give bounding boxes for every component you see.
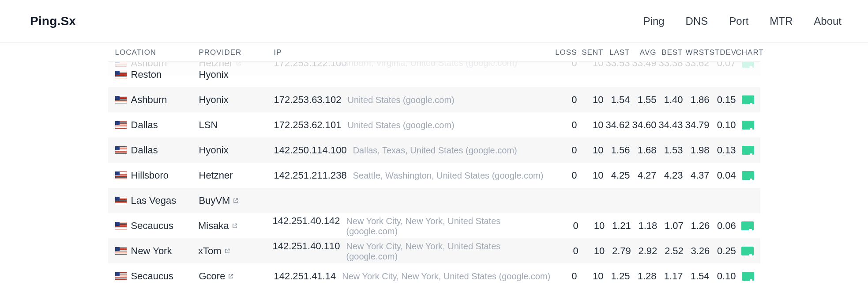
stdev-cell: 0.06 (710, 220, 736, 232)
stdev-cell: 0.10 (710, 119, 736, 131)
avg-cell: 4.27 (630, 170, 657, 181)
ip-desc-cell: New York City, New York, United States (… (346, 241, 552, 262)
last-cell: 2.79 (605, 245, 631, 257)
nav-port[interactable]: Port (729, 15, 748, 27)
wrst-cell: 1.98 (683, 145, 710, 156)
table-row: DallasLSN172.253.62.101United States (go… (108, 112, 760, 137)
wrst-cell: 1.54 (683, 271, 710, 282)
ip-desc-cell: New York City, New York, United States (… (342, 271, 550, 282)
wrst-cell: 1.86 (683, 94, 710, 106)
best-cell: 2.52 (657, 245, 684, 257)
stdev-cell: 0.13 (710, 145, 736, 156)
external-link-icon[interactable] (233, 198, 239, 204)
sent-cell: 10 (577, 94, 604, 106)
stdev-cell: 0.10 (710, 271, 736, 282)
external-link-icon[interactable] (232, 223, 238, 229)
nav-ping[interactable]: Ping (643, 15, 665, 27)
table-row: AshburnHyonix172.253.63.102United States… (108, 87, 760, 112)
best-cell: 1.40 (657, 94, 683, 106)
flag-us-icon (115, 96, 127, 103)
sparkline-icon (742, 146, 754, 155)
table-row: Las VegasBuyVM (108, 188, 760, 213)
col-provider[interactable]: PROVIDER (199, 48, 274, 57)
last-cell: 4.25 (604, 170, 630, 181)
sparkline-icon (742, 121, 754, 130)
results-table: LOCATION PROVIDER IP LOSS SENT LAST AVG … (108, 43, 760, 289)
sent-cell: 10 (577, 145, 604, 156)
col-stdev[interactable]: STDEV (710, 48, 736, 57)
col-best[interactable]: BEST (657, 48, 683, 57)
loss-cell: 0 (551, 271, 577, 282)
wrst-cell: 3.26 (684, 245, 710, 257)
stdev-cell: 0.25 (710, 245, 736, 257)
location-cell: Dallas (131, 145, 158, 156)
wrst-cell: 34.79 (683, 119, 710, 131)
sent-cell: 10 (579, 220, 605, 232)
provider-cell[interactable]: Misaka (198, 220, 229, 232)
col-location[interactable]: LOCATION (108, 48, 199, 57)
external-link-icon[interactable] (224, 248, 230, 254)
sparkline-icon (742, 95, 754, 104)
nav-mtr[interactable]: MTR (770, 15, 793, 27)
col-avg[interactable]: AVG (630, 48, 657, 57)
avg-cell: 1.55 (630, 94, 657, 106)
provider-cell[interactable]: xTom (198, 245, 222, 257)
last-cell: 1.56 (604, 145, 630, 156)
location-cell: Secaucus (131, 220, 174, 232)
table-body: RestonHyonixAshburnHyonix172.253.63.102U… (108, 62, 760, 289)
col-wrst[interactable]: WRST (683, 48, 710, 57)
col-sent[interactable]: SENT (577, 48, 604, 57)
ip-desc-cell: United States (google.com) (347, 120, 454, 130)
provider-cell: LSN (199, 119, 218, 131)
col-ip[interactable]: IP (274, 48, 551, 57)
provider-cell: Hyonix (199, 69, 229, 80)
location-cell: Secaucus (131, 271, 174, 282)
loss-cell: 0 (551, 170, 577, 181)
col-chart[interactable]: CHART (736, 48, 760, 57)
sparkline-icon (741, 247, 754, 255)
brand-logo[interactable]: Ping.Sx (30, 14, 76, 28)
location-cell: Las Vegas (131, 195, 177, 206)
ip-cell: 142.250.114.100 (274, 145, 347, 156)
external-link-icon[interactable] (228, 273, 234, 279)
ip-desc-cell: Dallas, Texas, United States (google.com… (353, 145, 517, 156)
best-cell: 1.53 (657, 145, 683, 156)
sent-cell: 10 (577, 170, 604, 181)
ip-desc-cell: Seattle, Washington, United States (goog… (353, 171, 544, 181)
location-cell: Hillsboro (131, 170, 169, 181)
location-cell: Dallas (131, 119, 158, 131)
ip-cell: 172.253.63.102 (274, 94, 342, 106)
loss-cell: 0 (551, 119, 577, 131)
loss-cell: 0 (551, 145, 577, 156)
table-row: SecaucusGcore142.251.41.14New York City,… (108, 263, 760, 289)
best-cell: 1.07 (657, 220, 684, 232)
sent-cell: 10 (579, 245, 605, 257)
flag-us-icon (115, 71, 127, 78)
loss-cell: 0 (551, 94, 577, 106)
last-cell: 34.62 (604, 119, 630, 131)
nav-about[interactable]: About (814, 15, 842, 27)
ip-cell: 142.251.211.238 (274, 170, 347, 181)
table-header: LOCATION PROVIDER IP LOSS SENT LAST AVG … (108, 43, 760, 62)
stdev-cell: 0.04 (710, 170, 736, 181)
avg-cell: 34.60 (630, 119, 657, 131)
nav-dns[interactable]: DNS (686, 15, 708, 27)
provider-cell: Hetzner (199, 170, 233, 181)
sparkline-icon (741, 221, 754, 230)
flag-us-icon (115, 272, 127, 280)
flag-us-icon (115, 247, 127, 255)
top-navbar: Ping.Sx Ping DNS Port MTR About (0, 0, 868, 43)
avg-cell: 1.28 (630, 271, 657, 282)
best-cell: 4.23 (657, 170, 683, 181)
flag-us-icon (115, 222, 127, 229)
ip-cell: 142.251.40.142 (273, 215, 340, 227)
col-loss[interactable]: LOSS (551, 48, 577, 57)
col-last[interactable]: LAST (604, 48, 630, 57)
ip-cell: 172.253.62.101 (274, 119, 342, 131)
flag-us-icon (115, 121, 127, 129)
wrst-cell: 4.37 (683, 170, 710, 181)
provider-cell[interactable]: BuyVM (199, 195, 230, 206)
provider-cell[interactable]: Gcore (199, 271, 225, 282)
loss-cell: 0 (552, 245, 579, 257)
provider-cell: Hyonix (199, 145, 229, 156)
